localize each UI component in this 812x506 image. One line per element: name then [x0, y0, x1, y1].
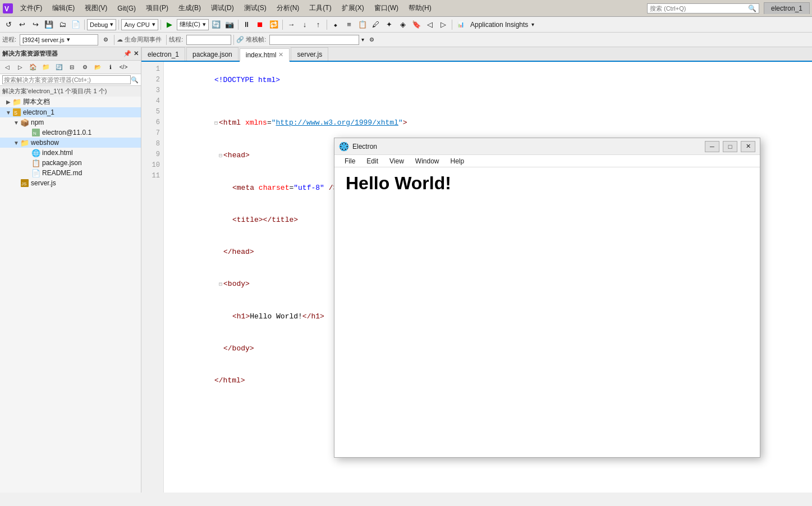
thread-input[interactable]: [186, 35, 231, 45]
tab-electron1[interactable]: electron_1: [141, 47, 185, 61]
sidebar-filter-btn[interactable]: ⚙: [79, 61, 91, 74]
tree-item-webshow[interactable]: ▼ 📁 webshow: [0, 138, 141, 148]
callstack-label[interactable]: 🔗 堆栈帧:: [236, 35, 266, 44]
continue-dropdown[interactable]: 继续(C) ▾: [177, 19, 209, 30]
tree-item-electron1[interactable]: ▼ S electron_1: [0, 107, 141, 117]
vs-logo: V: [2, 3, 13, 14]
sidebar-show-all-btn[interactable]: 📁: [40, 61, 52, 74]
step-out-btn[interactable]: ↑: [312, 19, 324, 31]
electron-menu-help[interactable]: Help: [445, 157, 470, 166]
app-insights-icon[interactable]: 📊: [455, 19, 467, 31]
separator-1: [84, 20, 85, 30]
callstack-settings-btn[interactable]: ⚙: [365, 34, 378, 46]
start-btn[interactable]: ▶: [163, 19, 176, 31]
electron-menu-file[interactable]: File: [339, 157, 361, 166]
global-search-box[interactable]: 🔍: [647, 3, 759, 13]
global-search-input[interactable]: [650, 5, 748, 12]
toolbar-btn-11[interactable]: ◈: [397, 19, 409, 31]
toolbar-btn-7[interactable]: ≡: [343, 19, 355, 31]
callstack-input[interactable]: [269, 35, 359, 45]
cpu-dropdown[interactable]: Any CPU ▾: [121, 19, 158, 30]
refresh-btn[interactable]: ↺: [2, 19, 15, 31]
sidebar-properties-btn[interactable]: ℹ: [104, 61, 117, 74]
tab-close-icon[interactable]: ✕: [278, 51, 283, 58]
menu-git[interactable]: Git(G): [113, 3, 140, 13]
tab-package-json[interactable]: package.json: [186, 47, 238, 61]
camera-btn[interactable]: 📷: [223, 19, 236, 31]
tree-item-npm[interactable]: ▼ 📦 npm: [0, 117, 141, 127]
separator-4: [238, 20, 238, 30]
sidebar-forward-btn[interactable]: ▷: [14, 61, 26, 74]
hot-reload-btn[interactable]: 🔄: [210, 19, 222, 31]
menu-help[interactable]: 帮助(H): [404, 2, 436, 14]
tree-item-electron-pkg[interactable]: N electron@11.0.1: [0, 127, 141, 138]
sidebar-search-icon: 🔍: [131, 76, 139, 84]
stop-btn[interactable]: ⏹: [254, 19, 267, 31]
sidebar-refresh-btn[interactable]: 🔄: [53, 61, 65, 74]
toolbar-btn-12[interactable]: ◁: [424, 19, 436, 31]
menu-file[interactable]: 文件(F): [16, 2, 47, 14]
code-line-1: <!DOCTYPE html>: [171, 64, 812, 96]
menu-debug[interactable]: 调试(D): [207, 2, 238, 14]
pin-icon[interactable]: 📌: [123, 50, 131, 57]
sidebar-close-icon[interactable]: ✕: [134, 50, 139, 57]
bookmark-btn[interactable]: 🔖: [410, 19, 423, 31]
sidebar-search-input[interactable]: [2, 75, 131, 84]
electron-minimize-btn[interactable]: ─: [705, 141, 719, 152]
toolbar-btn-13[interactable]: ▷: [437, 19, 449, 31]
electron-maximize-btn[interactable]: □: [723, 141, 737, 152]
undo-btn[interactable]: ↩: [16, 19, 28, 31]
project-label: 解决方案'electron_1'(1 个项目/共 1 个): [0, 86, 141, 97]
new-file-btn[interactable]: 📄: [70, 19, 82, 31]
menu-tools[interactable]: 工具(T): [305, 2, 336, 14]
tree-item-scripts[interactable]: ▶ 📁 脚本文档: [0, 97, 141, 107]
menu-edit[interactable]: 编辑(E): [48, 2, 79, 14]
sidebar-back-btn[interactable]: ◁: [1, 61, 13, 74]
svg-text:JS: JS: [21, 181, 26, 186]
step-over-btn[interactable]: →: [285, 19, 297, 31]
toolbar-btn-9[interactable]: 🖊: [370, 19, 382, 31]
menu-analyze[interactable]: 分析(N): [272, 2, 304, 14]
electron-menu-window[interactable]: Window: [410, 157, 445, 166]
sidebar-collapse-btn[interactable]: ⊟: [66, 61, 78, 74]
tab-index-html[interactable]: index.html ✕: [240, 48, 290, 62]
tree-label-webshow: webshow: [31, 139, 59, 147]
sidebar-show-files-btn[interactable]: 📂: [91, 61, 104, 74]
restart-btn[interactable]: 🔁: [268, 19, 280, 31]
tree-item-readme[interactable]: 📄 README.md: [0, 168, 141, 178]
toolbar-btn-10[interactable]: ✦: [383, 19, 396, 31]
redo-btn[interactable]: ↪: [29, 19, 42, 31]
electron1-folder-icon: S: [12, 108, 21, 117]
menu-project[interactable]: 项目(P): [141, 2, 173, 14]
menu-extensions[interactable]: 扩展(X): [337, 2, 369, 14]
chevron-down-icon-4[interactable]: ▾: [531, 21, 534, 28]
webshow-folder-icon: 📁: [20, 138, 29, 147]
debug-mode-dropdown[interactable]: Debug ▾: [87, 19, 116, 30]
pause-btn[interactable]: ⏸: [241, 19, 253, 31]
sidebar-code-btn[interactable]: </>: [117, 61, 130, 74]
chevron-down-icon-6[interactable]: ▾: [361, 37, 364, 43]
process-dropdown[interactable]: [3924] server.js ▾: [20, 34, 98, 45]
electron-menu-view[interactable]: View: [384, 157, 410, 166]
electron-menu-edit[interactable]: Edit: [361, 157, 384, 166]
tab-server-js[interactable]: server.js: [291, 47, 328, 61]
breakpoint-btn[interactable]: ⬥: [329, 19, 342, 31]
lifecycle-label[interactable]: ☁ 生命周期事件: [117, 35, 162, 44]
menu-window[interactable]: 窗口(W): [370, 2, 403, 14]
solution-explorer: 解决方案资源管理器 📌 ✕ ◁ ▷ 🏠 📁 🔄 ⊟ ⚙ 📂 ℹ </> 🔍 解决…: [0, 47, 141, 493]
save-btn[interactable]: 💾: [43, 19, 55, 31]
process-settings-btn[interactable]: ⚙: [99, 34, 112, 46]
tree-item-server-js[interactable]: JS server.js: [0, 178, 141, 188]
tree-item-package-json[interactable]: 📋 package.json: [0, 158, 141, 168]
save-all-btn[interactable]: 🗂: [56, 19, 68, 31]
menu-test[interactable]: 测试(S): [240, 2, 271, 14]
app-insights-label[interactable]: Application Insights: [468, 21, 530, 29]
electron-close-btn[interactable]: ✕: [741, 141, 755, 152]
tree-item-index-html[interactable]: 🌐 index.html: [0, 148, 141, 158]
menu-build[interactable]: 生成(B): [174, 2, 205, 14]
sidebar-home-btn[interactable]: 🏠: [27, 61, 39, 74]
toolbar-btn-8[interactable]: 📋: [356, 19, 369, 31]
menu-view[interactable]: 视图(V): [80, 2, 112, 14]
chevron-down-icon: ▾: [110, 21, 113, 28]
step-into-btn[interactable]: ↓: [299, 19, 311, 31]
